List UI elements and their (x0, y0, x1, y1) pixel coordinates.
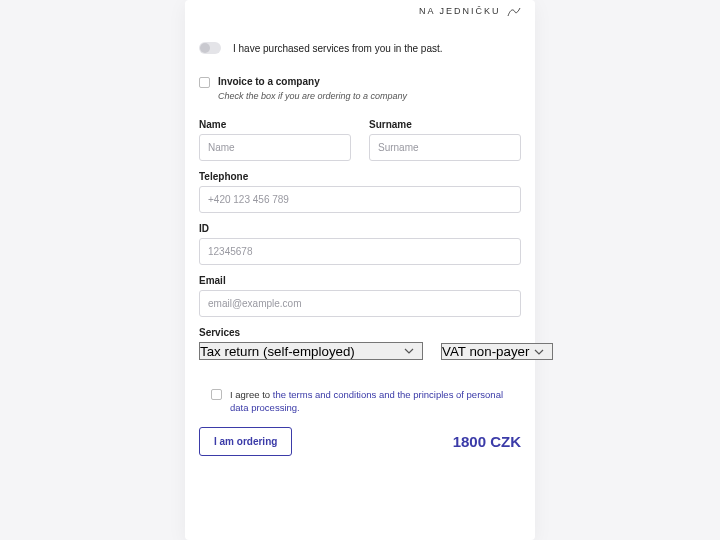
surname-input[interactable] (369, 134, 521, 161)
order-form-card: NA JEDNIČKU I have purchased services fr… (185, 0, 535, 540)
telephone-label: Telephone (199, 171, 521, 182)
surname-field-group: Surname (369, 119, 521, 161)
name-input[interactable] (199, 134, 351, 161)
company-invoice-row: Invoice to a company (199, 76, 521, 88)
email-label: Email (199, 275, 521, 286)
company-invoice-checkbox[interactable] (199, 77, 210, 88)
surname-label: Surname (369, 119, 521, 130)
id-input[interactable] (199, 238, 521, 265)
services-field-group: Services (199, 327, 521, 338)
brand-text: NA JEDNIČKU (419, 6, 501, 16)
agree-text-wrap: I agree to the terms and conditions and … (230, 388, 509, 415)
id-label: ID (199, 223, 521, 234)
company-invoice-hint: Check the box if you are ordering to a c… (218, 91, 521, 101)
price-display: 1800 CZK (453, 433, 521, 450)
service-select[interactable]: Tax return (self-employed) (199, 342, 423, 360)
agree-prefix: I agree to (230, 389, 273, 400)
order-button[interactable]: I am ordering (199, 427, 292, 456)
agree-row: I agree to the terms and conditions and … (211, 388, 509, 415)
services-label: Services (199, 327, 521, 338)
name-label: Name (199, 119, 351, 130)
telephone-field-group: Telephone (199, 171, 521, 213)
agree-checkbox[interactable] (211, 389, 222, 400)
past-purchase-label: I have purchased services from you in th… (233, 43, 443, 54)
past-purchase-toggle[interactable] (199, 42, 221, 54)
services-row: Tax return (self-employed) VAT non-payer (199, 342, 521, 360)
footer-row: I am ordering 1800 CZK (199, 427, 521, 456)
company-invoice-label: Invoice to a company (218, 76, 320, 87)
name-field-group: Name (199, 119, 351, 161)
past-purchase-row: I have purchased services from you in th… (199, 42, 521, 54)
telephone-input[interactable] (199, 186, 521, 213)
email-field-group: Email (199, 275, 521, 317)
email-input[interactable] (199, 290, 521, 317)
name-surname-row: Name Surname (199, 119, 521, 171)
id-field-group: ID (199, 223, 521, 265)
brand-logo: NA JEDNIČKU (199, 0, 521, 20)
handwriting-icon (507, 6, 521, 18)
vat-select[interactable]: VAT non-payer (441, 343, 553, 360)
